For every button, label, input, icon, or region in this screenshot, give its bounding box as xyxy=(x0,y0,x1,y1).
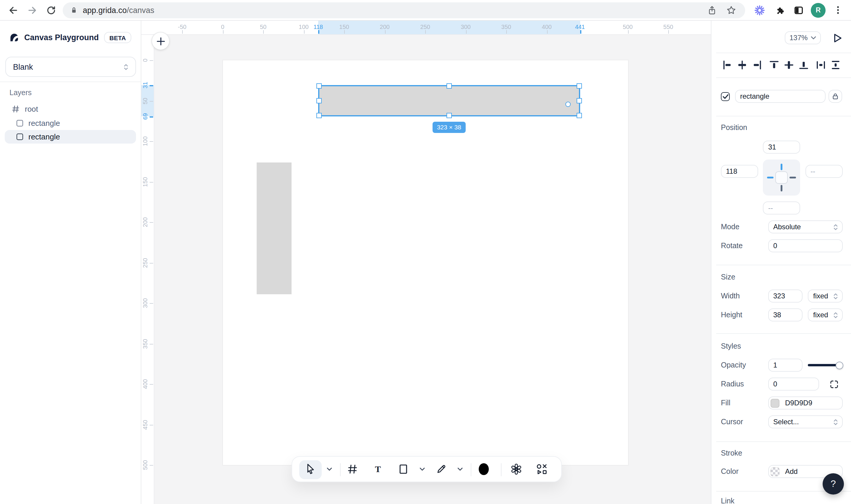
back-icon[interactable] xyxy=(6,3,20,17)
ruler-tick-label: 50 xyxy=(254,24,272,30)
anchor-left-tick[interactable] xyxy=(767,177,774,178)
text-tool[interactable]: T xyxy=(373,464,382,473)
radius-input[interactable] xyxy=(768,378,819,391)
left-sidebar: Canvas Playground BETA Blank Layers root… xyxy=(0,21,141,504)
resize-handle-bottom-right[interactable] xyxy=(577,113,582,118)
position-right-input[interactable] xyxy=(805,165,843,178)
zoom-level-value: 137% xyxy=(789,33,807,42)
bookmark-star-icon[interactable] xyxy=(724,3,738,17)
ellipse-dot-tool[interactable] xyxy=(478,463,489,475)
panel-divider xyxy=(716,53,851,53)
layer-label: rectangle xyxy=(29,132,60,141)
ruler-tick-label: 500 xyxy=(142,459,149,471)
align-top-icon[interactable] xyxy=(769,60,779,70)
template-select[interactable]: Blank xyxy=(5,57,136,77)
pencil-tool[interactable] xyxy=(436,464,446,474)
ruler-tick-mark xyxy=(182,30,183,34)
canvas-viewport[interactable]: 323 × 38 -500501001502002503003504005005… xyxy=(141,21,711,504)
ruler-tick-label: 450 xyxy=(142,419,149,430)
fill-color-swatch[interactable] xyxy=(770,398,779,408)
puzzle-extension-icon[interactable] xyxy=(772,3,786,17)
profile-avatar[interactable]: R xyxy=(811,3,826,17)
width-input[interactable] xyxy=(768,289,802,303)
layer-label: rectangle xyxy=(29,119,60,127)
layer-name-input[interactable] xyxy=(735,90,826,103)
panel-divider xyxy=(716,333,851,334)
anchor-top-tick[interactable] xyxy=(781,164,782,170)
resize-handle-top-left[interactable] xyxy=(316,83,322,89)
rectangle-tool-chevron-down-icon[interactable] xyxy=(419,467,424,471)
anchor-center-box[interactable] xyxy=(775,172,788,184)
layer-row-rectangle-1[interactable]: rectangle xyxy=(0,115,141,130)
width-mode-select[interactable]: fixed xyxy=(808,289,843,303)
position-bottom-input[interactable] xyxy=(763,201,800,214)
pencil-tool-chevron-down-icon[interactable] xyxy=(457,467,463,471)
height-input[interactable] xyxy=(768,308,802,321)
distribute-vertical-icon[interactable] xyxy=(831,60,840,70)
cursor-select[interactable]: Select... xyxy=(768,415,843,428)
anchor-bottom-tick[interactable] xyxy=(781,185,782,192)
resize-handle-bottom[interactable] xyxy=(447,113,452,118)
fill-color-control[interactable]: D9D9D9 xyxy=(768,396,843,410)
cursor-tool[interactable] xyxy=(305,464,315,474)
position-anchor-pad[interactable] xyxy=(763,160,800,196)
extension-spinner-icon[interactable] xyxy=(752,3,766,17)
resize-handle-left[interactable] xyxy=(316,98,322,103)
align-center-horizontal-icon[interactable] xyxy=(737,60,747,70)
ai-assistant-tool[interactable] xyxy=(510,463,522,475)
help-button[interactable]: ? xyxy=(822,473,844,494)
width-label: Width xyxy=(721,289,740,303)
application-window: app.grida.co/canvas R xyxy=(0,0,851,504)
canvas-rectangle-selected[interactable] xyxy=(318,85,580,116)
anchor-right-tick[interactable] xyxy=(789,177,796,178)
canvas-rectangle-unselected[interactable] xyxy=(257,162,292,294)
opacity-slider-thumb[interactable] xyxy=(835,361,843,369)
stroke-color-label: Color xyxy=(721,465,739,478)
distribute-horizontal-icon[interactable] xyxy=(816,60,826,70)
share-icon[interactable] xyxy=(705,3,719,17)
rotate-input[interactable] xyxy=(768,239,843,252)
resize-handle-right[interactable] xyxy=(577,98,582,103)
position-left-input[interactable] xyxy=(720,165,758,178)
play-button[interactable] xyxy=(832,32,843,44)
layer-visible-checkbox[interactable] xyxy=(721,92,730,101)
position-top-input[interactable] xyxy=(763,141,800,154)
grid-frame-tool[interactable] xyxy=(347,464,357,474)
resize-handle-top[interactable] xyxy=(447,83,452,89)
cursor-tool-chevron-down-icon[interactable] xyxy=(327,467,332,471)
ruler-tick-label: 300 xyxy=(142,297,149,309)
fill-color-value: D9D9D9 xyxy=(785,399,812,407)
height-mode-value: fixed xyxy=(813,311,828,319)
address-bar[interactable]: app.grida.co/canvas xyxy=(63,2,745,18)
browser-menu-dots-icon[interactable] xyxy=(831,3,845,17)
height-mode-select[interactable]: fixed xyxy=(808,308,843,321)
opacity-input[interactable] xyxy=(768,359,802,372)
rotate-label: Rotate xyxy=(721,239,743,252)
opacity-slider-track[interactable] xyxy=(808,364,839,366)
align-bottom-icon[interactable] xyxy=(799,60,809,70)
independent-corners-icon[interactable] xyxy=(829,380,838,389)
fill-label: Fill xyxy=(721,396,730,410)
align-left-icon[interactable] xyxy=(723,60,732,70)
layer-row-root[interactable]: root xyxy=(0,101,141,116)
add-canvas-button[interactable] xyxy=(152,33,169,50)
panel-divider xyxy=(716,116,851,116)
resize-handle-bottom-left[interactable] xyxy=(316,113,322,118)
position-mode-select[interactable]: Absolute xyxy=(768,220,843,233)
rectangle-tool[interactable] xyxy=(398,464,408,474)
align-center-vertical-icon[interactable] xyxy=(784,60,794,70)
corner-radius-handle[interactable] xyxy=(565,102,570,107)
layer-row-rectangle-2-selected[interactable]: rectangle xyxy=(5,130,136,144)
rectangle-icon xyxy=(17,120,23,126)
ruler-tick-label: 500 xyxy=(619,24,637,30)
side-panel-icon[interactable] xyxy=(791,3,805,17)
lock-layer-button[interactable] xyxy=(829,90,842,103)
cursor-select-value: Select... xyxy=(773,418,799,426)
insert-shapes-tool[interactable] xyxy=(536,464,547,474)
zoom-level-select[interactable]: 137% xyxy=(785,31,821,44)
forward-icon[interactable] xyxy=(25,3,39,17)
resize-handle-top-right[interactable] xyxy=(577,83,582,89)
ruler-tick-mark xyxy=(385,30,385,34)
reload-icon[interactable] xyxy=(44,3,58,17)
align-right-icon[interactable] xyxy=(752,60,762,70)
